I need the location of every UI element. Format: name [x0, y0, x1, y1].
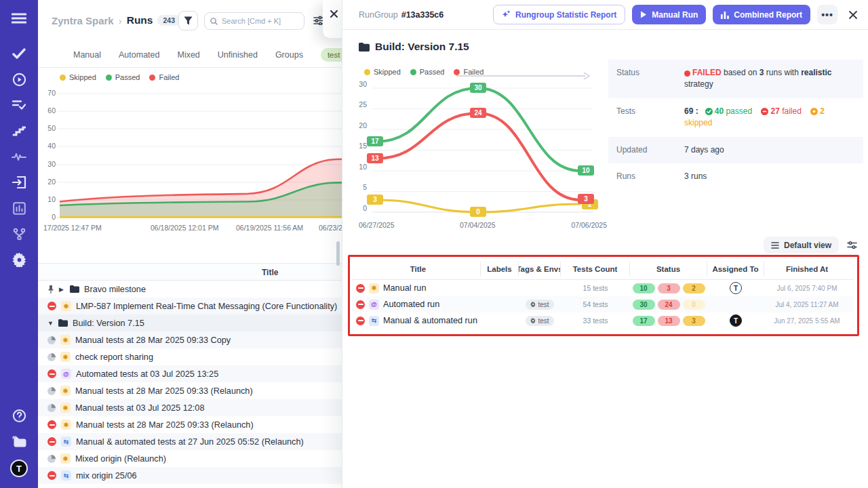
table-row-automated-run[interactable]: @ Automated run test 54 tests 30 24 0 Ju…	[352, 296, 854, 312]
list-item-group-open[interactable]: ▼ Build: Version 7.15	[38, 314, 342, 331]
point-label: 3	[373, 196, 377, 203]
column-settings-icon[interactable]	[847, 241, 857, 249]
activity-icon[interactable]	[0, 144, 38, 169]
legend-failed: Failed	[149, 73, 179, 81]
search-input[interactable]	[222, 17, 296, 25]
list-item-run[interactable]: ✱ LMP-587 Implement Real-Time Chat Messa…	[38, 298, 342, 314]
table-row-mixed-run[interactable]: ⇆ Manual & automated run test 33 tests 1…	[352, 312, 854, 329]
tab-manual[interactable]: Manual	[73, 50, 101, 60]
combined-report-button[interactable]: Combined Report	[713, 5, 810, 24]
list-check-icon[interactable]	[0, 92, 38, 118]
runs-table: Title Labels Tags & Envs Tests Count Sta…	[352, 259, 854, 329]
col-title[interactable]: Title	[352, 262, 481, 277]
bar-chart-icon[interactable]	[0, 195, 38, 221]
col-assigned-to[interactable]: Assigned To	[707, 262, 764, 277]
adjustments-icon[interactable]	[313, 16, 323, 28]
breadcrumb: Zyntra Spark › Runs 243	[52, 14, 180, 26]
skipped-dot-icon	[364, 69, 370, 75]
list-item-run[interactable]: ✱ Manual tests at 28 Mar 2025 09:33 (Rel…	[38, 382, 342, 399]
x-label: 06/19/2025 11:56 AM	[236, 224, 303, 232]
fork-icon[interactable]	[0, 221, 38, 247]
col-status[interactable]: Status	[630, 262, 707, 277]
runs-list-header: Title	[38, 263, 342, 281]
tests-count: 33 tests	[561, 317, 630, 325]
failed-status-icon	[356, 317, 365, 325]
run-title: Manual run	[383, 283, 426, 293]
mixed-run-icon: ⇆	[61, 436, 71, 447]
skipped-circle-icon	[810, 108, 818, 115]
list-item-run[interactable]: ✱ check report sharing	[38, 348, 342, 365]
tag-pill[interactable]: test	[526, 300, 553, 310]
import-icon[interactable]	[0, 169, 38, 195]
folder-icon[interactable]	[0, 428, 38, 454]
breadcrumb-separator: ›	[119, 15, 122, 26]
list-item-run[interactable]: ⇆ Manual & automated tests at 27 Jun 202…	[38, 433, 342, 450]
assignee-avatar[interactable]: T	[730, 314, 742, 327]
gear-icon	[530, 318, 536, 323]
y-tick: 20	[349, 121, 367, 129]
tab-automated[interactable]: Automated	[119, 50, 159, 60]
steps-icon[interactable]	[0, 118, 38, 144]
trend-arrow-icon	[456, 72, 592, 80]
tab-groups[interactable]: Groups	[275, 50, 303, 60]
run-title: mix origin 25/06	[76, 471, 137, 481]
failed-status-icon	[47, 420, 56, 429]
run-title: Build: Version 7.15	[73, 319, 144, 328]
manual-run-icon: ✱	[60, 403, 71, 413]
folder-icon	[70, 285, 79, 293]
tab-mixed[interactable]: Mixed	[177, 50, 199, 60]
search-box[interactable]	[204, 12, 304, 30]
manual-run-icon: ✱	[60, 335, 71, 345]
col-tests-count[interactable]: Tests Count	[561, 262, 630, 277]
run-title: Manual tests at 03 Jul 2025 12:08	[75, 403, 204, 413]
list-item-milestone[interactable]: ▶ Bravo milestone	[38, 281, 342, 298]
play-circle-icon[interactable]	[0, 66, 38, 92]
tag-pill[interactable]: test	[526, 316, 553, 326]
default-view-button[interactable]: Default view	[764, 237, 839, 253]
finished-at: Jul 4, 2025 11:27 AM	[764, 301, 850, 308]
tab-unfinished[interactable]: Unfinished	[218, 50, 258, 60]
check-icon[interactable]	[0, 41, 38, 66]
breadcrumb-project[interactable]: Zyntra Spark	[52, 15, 114, 26]
rungroup-chart: Skipped Passed Failed 30 25 20 15 10 5 0…	[349, 64, 608, 235]
point-label: 3	[584, 195, 588, 203]
skipped-dot-icon	[60, 75, 66, 81]
tests-count: 15 tests	[561, 284, 630, 292]
list-item-run[interactable]: ✱ Mixed origin (Relaunch)	[38, 450, 342, 467]
partial-status-icon	[47, 336, 56, 344]
close-icon[interactable]	[330, 9, 338, 18]
filter-button[interactable]	[178, 11, 198, 30]
menu-icon[interactable]	[0, 5, 38, 31]
caret-down-icon[interactable]: ▼	[47, 320, 54, 327]
col-tags-envs[interactable]: Tags & Envs	[519, 262, 561, 277]
detail-row-updated: Updated 7 days ago	[608, 137, 863, 163]
col-finished-at[interactable]: Finished At	[764, 262, 850, 277]
skipped-badge: 3	[683, 316, 705, 326]
help-icon[interactable]	[0, 403, 38, 428]
legend-skipped: Skipped	[364, 68, 401, 76]
table-row-manual-run[interactable]: ✱ Manual run 15 tests 10 3 2 T Jul 6, 20…	[352, 280, 854, 296]
list-item-run[interactable]: ✱ Manual tests at 03 Jul 2025 12:08	[38, 399, 342, 416]
mixed-run-icon: ⇆	[369, 316, 379, 326]
sparkles-icon	[502, 10, 511, 19]
user-avatar[interactable]: T	[10, 460, 28, 477]
y-tick: 70	[39, 89, 56, 97]
caret-right-icon[interactable]: ▶	[59, 286, 65, 293]
legend-passed: Passed	[410, 68, 445, 76]
rungroup-statistic-report-button[interactable]: Rungroup Statistic Report	[493, 5, 625, 24]
automated-run-icon: @	[369, 300, 379, 310]
y-tick: 10	[39, 195, 56, 203]
list-item-run[interactable]: ⇆ mix origin 25/06	[38, 467, 342, 484]
assignee-avatar[interactable]: T	[730, 282, 742, 294]
col-labels[interactable]: Labels	[481, 262, 519, 277]
list-item-run[interactable]: @ Automated tests at 03 Jul 2025 13:25	[38, 365, 342, 382]
gear-icon[interactable]	[0, 247, 38, 272]
scrollbar-thumb[interactable]	[336, 241, 340, 266]
list-item-run[interactable]: ✱ Manual tests at 28 Mar 2025 09:33 (Rel…	[38, 416, 342, 433]
run-title: Manual tests at 28 Mar 2025 09:33 (Relau…	[75, 386, 253, 396]
list-item-run[interactable]: ✱ Manual tests at 28 Mar 2025 09:33 Copy	[38, 331, 342, 348]
close-icon[interactable]	[848, 10, 858, 20]
more-options-button[interactable]: •••	[817, 5, 837, 24]
x-label: 06/18/2025 12:01 PM	[151, 224, 218, 232]
manual-run-button[interactable]: Manual Run	[632, 5, 706, 24]
